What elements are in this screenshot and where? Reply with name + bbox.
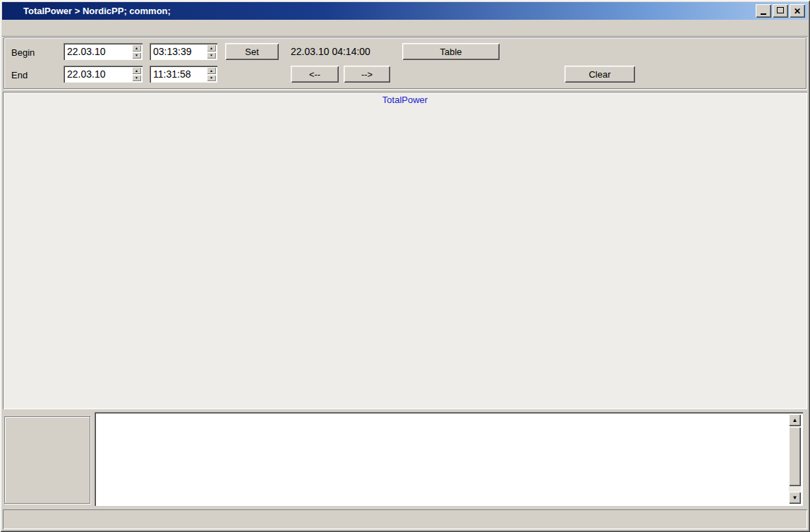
scroll-up-icon[interactable]: ▲ <box>789 414 801 426</box>
end-date-down-icon[interactable]: ▼ <box>132 75 141 82</box>
app-window: TotalPower > NordicPP; common; ✕ Begin E… <box>0 0 810 532</box>
minimize-icon <box>761 13 766 15</box>
set-button[interactable]: Set <box>225 43 279 60</box>
begin-time-down-icon[interactable]: ▼ <box>207 52 216 59</box>
window-title: TotalPower > NordicPP; common; <box>23 6 171 16</box>
title-bar: TotalPower > NordicPP; common; ✕ <box>2 2 808 20</box>
series-options-panel <box>4 416 90 504</box>
maximize-icon <box>777 7 784 13</box>
end-time-field[interactable]: 11:31:58 ▲▼ <box>150 66 217 83</box>
scrollbar-thumb[interactable] <box>789 427 801 486</box>
step-forward-button[interactable]: --> <box>344 66 390 83</box>
status-segment-bar <box>3 509 807 529</box>
chart-panel: TotalPower <box>3 92 807 409</box>
table-scrollbar[interactable]: ▲ ▼ <box>789 414 801 504</box>
step-back-button[interactable]: <-- <box>291 66 339 83</box>
end-label: End <box>11 70 28 80</box>
begin-date-down-icon[interactable]: ▼ <box>132 52 141 59</box>
end-date-field[interactable]: 22.03.10 ▲▼ <box>64 66 143 83</box>
end-time-up-icon[interactable]: ▲ <box>207 67 216 74</box>
chart-title: TotalPower <box>3 95 807 105</box>
cursor-time-label: 22.03.10 04:14:00 <box>291 46 370 57</box>
clear-button[interactable]: Clear <box>564 66 635 83</box>
end-time-down-icon[interactable]: ▼ <box>207 75 216 82</box>
minimize-button[interactable] <box>756 4 771 18</box>
begin-date-field[interactable]: 22.03.10 ▲▼ <box>64 43 143 60</box>
scroll-down-icon[interactable]: ▼ <box>789 492 801 504</box>
begin-label: Begin <box>11 47 35 58</box>
trend-chart[interactable] <box>4 107 806 409</box>
table-button[interactable]: Table <box>402 43 500 60</box>
close-button[interactable]: ✕ <box>790 4 805 18</box>
controls-panel: Begin End 22.03.10 ▲▼ 03:13:39 ▲▼ 22.03.… <box>4 37 806 89</box>
menu-bar <box>2 20 808 37</box>
end-date-up-icon[interactable]: ▲ <box>132 67 141 74</box>
begin-time-up-icon[interactable]: ▲ <box>207 44 216 52</box>
maximize-button[interactable] <box>773 4 788 18</box>
begin-time-field[interactable]: 03:13:39 ▲▼ <box>150 43 217 60</box>
data-table-container: ▲ ▼ <box>95 412 803 506</box>
begin-date-up-icon[interactable]: ▲ <box>132 44 141 52</box>
